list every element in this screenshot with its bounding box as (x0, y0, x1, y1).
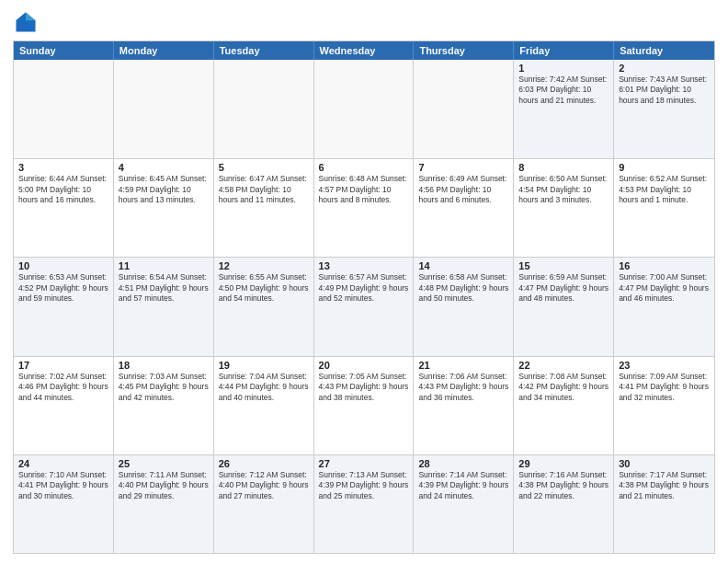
cal-cell: 6Sunrise: 6:48 AM Sunset: 4:57 PM Daylig… (314, 159, 415, 257)
header-day-friday: Friday (514, 41, 614, 60)
week-row-5: 24Sunrise: 7:10 AM Sunset: 4:41 PM Dayli… (14, 454, 714, 553)
cell-info: Sunrise: 7:00 AM Sunset: 4:47 PM Dayligh… (619, 272, 710, 304)
cal-cell: 9Sunrise: 6:52 AM Sunset: 4:53 PM Daylig… (614, 159, 714, 257)
header (13, 9, 715, 35)
week-row-3: 10Sunrise: 6:53 AM Sunset: 4:52 PM Dayli… (14, 257, 714, 355)
svg-marker-2 (17, 13, 27, 21)
day-number: 15 (518, 260, 609, 271)
week-row-2: 3Sunrise: 6:44 AM Sunset: 5:00 PM Daylig… (14, 158, 714, 257)
day-number: 11 (119, 260, 209, 271)
cell-info: Sunrise: 6:52 AM Sunset: 4:53 PM Dayligh… (619, 174, 710, 205)
cell-info: Sunrise: 6:44 AM Sunset: 5:00 PM Dayligh… (18, 174, 108, 205)
cal-cell: 5Sunrise: 6:47 AM Sunset: 4:58 PM Daylig… (214, 159, 314, 257)
cal-cell (214, 60, 314, 158)
day-number: 10 (18, 260, 108, 271)
cell-info: Sunrise: 6:48 AM Sunset: 4:57 PM Dayligh… (319, 174, 409, 205)
cal-cell: 24Sunrise: 7:10 AM Sunset: 4:41 PM Dayli… (14, 455, 114, 553)
cal-cell: 8Sunrise: 6:50 AM Sunset: 4:54 PM Daylig… (514, 159, 614, 257)
cal-cell: 10Sunrise: 6:53 AM Sunset: 4:52 PM Dayli… (14, 258, 114, 355)
day-number: 1 (518, 63, 609, 74)
cell-info: Sunrise: 7:13 AM Sunset: 4:39 PM Dayligh… (319, 470, 409, 501)
cal-cell: 1Sunrise: 7:42 AM Sunset: 6:03 PM Daylig… (514, 60, 614, 158)
cal-cell: 15Sunrise: 6:59 AM Sunset: 4:47 PM Dayli… (514, 258, 614, 355)
cal-cell: 4Sunrise: 6:45 AM Sunset: 4:59 PM Daylig… (114, 159, 214, 257)
cal-cell: 28Sunrise: 7:14 AM Sunset: 4:39 PM Dayli… (414, 455, 514, 553)
cell-info: Sunrise: 6:57 AM Sunset: 4:49 PM Dayligh… (319, 272, 409, 304)
cell-info: Sunrise: 6:55 AM Sunset: 4:50 PM Dayligh… (219, 272, 309, 304)
day-number: 18 (119, 360, 209, 371)
cal-cell: 12Sunrise: 6:55 AM Sunset: 4:50 PM Dayli… (214, 258, 314, 355)
day-number: 22 (518, 360, 609, 371)
cell-info: Sunrise: 7:16 AM Sunset: 4:38 PM Dayligh… (518, 470, 609, 501)
cell-info: Sunrise: 6:58 AM Sunset: 4:48 PM Dayligh… (418, 272, 508, 304)
cal-cell: 21Sunrise: 7:06 AM Sunset: 4:43 PM Dayli… (414, 357, 514, 454)
day-number: 17 (18, 360, 108, 371)
cell-info: Sunrise: 7:12 AM Sunset: 4:40 PM Dayligh… (219, 470, 309, 501)
cal-cell: 30Sunrise: 7:17 AM Sunset: 4:38 PM Dayli… (614, 455, 714, 553)
day-number: 2 (619, 63, 710, 74)
cal-cell: 3Sunrise: 6:44 AM Sunset: 5:00 PM Daylig… (14, 159, 114, 257)
logo-icon (13, 9, 39, 35)
cell-info: Sunrise: 7:42 AM Sunset: 6:03 PM Dayligh… (518, 75, 609, 106)
day-number: 21 (418, 360, 508, 371)
week-row-4: 17Sunrise: 7:02 AM Sunset: 4:46 PM Dayli… (14, 356, 714, 454)
header-day-tuesday: Tuesday (214, 41, 314, 60)
cell-info: Sunrise: 7:09 AM Sunset: 4:41 PM Dayligh… (619, 372, 710, 403)
cell-info: Sunrise: 7:03 AM Sunset: 4:45 PM Dayligh… (119, 372, 209, 403)
day-number: 9 (619, 162, 710, 173)
day-number: 19 (219, 360, 309, 371)
day-number: 7 (418, 162, 508, 173)
cell-info: Sunrise: 7:43 AM Sunset: 6:01 PM Dayligh… (619, 75, 710, 106)
cell-info: Sunrise: 6:50 AM Sunset: 4:54 PM Dayligh… (518, 174, 609, 205)
cell-info: Sunrise: 6:45 AM Sunset: 4:59 PM Dayligh… (119, 174, 209, 205)
cal-cell: 26Sunrise: 7:12 AM Sunset: 4:40 PM Dayli… (214, 455, 314, 553)
day-number: 4 (119, 162, 209, 173)
cell-info: Sunrise: 7:10 AM Sunset: 4:41 PM Dayligh… (18, 470, 108, 501)
cal-cell (114, 60, 214, 158)
cell-info: Sunrise: 7:02 AM Sunset: 4:46 PM Dayligh… (18, 372, 108, 403)
cal-cell: 7Sunrise: 6:49 AM Sunset: 4:56 PM Daylig… (414, 159, 514, 257)
cell-info: Sunrise: 7:06 AM Sunset: 4:43 PM Dayligh… (418, 372, 508, 403)
calendar-header: SundayMondayTuesdayWednesdayThursdayFrid… (14, 41, 714, 60)
cell-info: Sunrise: 6:59 AM Sunset: 4:47 PM Dayligh… (518, 272, 609, 304)
day-number: 27 (319, 458, 409, 469)
header-day-saturday: Saturday (614, 41, 714, 60)
page: SundayMondayTuesdayWednesdayThursdayFrid… (0, 0, 728, 563)
header-day-wednesday: Wednesday (314, 41, 415, 60)
day-number: 30 (619, 458, 710, 469)
cell-info: Sunrise: 6:53 AM Sunset: 4:52 PM Dayligh… (18, 272, 108, 304)
header-day-monday: Monday (114, 41, 214, 60)
day-number: 25 (119, 458, 209, 469)
cal-cell: 13Sunrise: 6:57 AM Sunset: 4:49 PM Dayli… (314, 258, 415, 355)
cal-cell: 19Sunrise: 7:04 AM Sunset: 4:44 PM Dayli… (214, 357, 314, 454)
cell-info: Sunrise: 7:11 AM Sunset: 4:40 PM Dayligh… (119, 470, 209, 501)
calendar: SundayMondayTuesdayWednesdayThursdayFrid… (13, 40, 715, 554)
day-number: 29 (518, 458, 609, 469)
cal-cell: 20Sunrise: 7:05 AM Sunset: 4:43 PM Dayli… (314, 357, 415, 454)
cal-cell: 11Sunrise: 6:54 AM Sunset: 4:51 PM Dayli… (114, 258, 214, 355)
day-number: 23 (619, 360, 710, 371)
day-number: 26 (219, 458, 309, 469)
cal-cell: 2Sunrise: 7:43 AM Sunset: 6:01 PM Daylig… (614, 60, 714, 158)
day-number: 24 (18, 458, 108, 469)
day-number: 14 (418, 260, 508, 271)
cal-cell (314, 60, 415, 158)
day-number: 5 (219, 162, 309, 173)
day-number: 16 (619, 260, 710, 271)
week-row-1: 1Sunrise: 7:42 AM Sunset: 6:03 PM Daylig… (14, 60, 714, 158)
cell-info: Sunrise: 7:05 AM Sunset: 4:43 PM Dayligh… (319, 372, 409, 403)
cell-info: Sunrise: 7:08 AM Sunset: 4:42 PM Dayligh… (518, 372, 609, 403)
day-number: 28 (418, 458, 508, 469)
calendar-body: 1Sunrise: 7:42 AM Sunset: 6:03 PM Daylig… (14, 60, 714, 553)
header-day-sunday: Sunday (14, 41, 114, 60)
cal-cell (414, 60, 514, 158)
logo (13, 9, 42, 35)
day-number: 13 (319, 260, 409, 271)
cal-cell: 14Sunrise: 6:58 AM Sunset: 4:48 PM Dayli… (414, 258, 514, 355)
cell-info: Sunrise: 7:04 AM Sunset: 4:44 PM Dayligh… (219, 372, 309, 403)
cal-cell: 17Sunrise: 7:02 AM Sunset: 4:46 PM Dayli… (14, 357, 114, 454)
day-number: 20 (319, 360, 409, 371)
cal-cell: 23Sunrise: 7:09 AM Sunset: 4:41 PM Dayli… (614, 357, 714, 454)
cal-cell (14, 60, 114, 158)
cell-info: Sunrise: 6:54 AM Sunset: 4:51 PM Dayligh… (119, 272, 209, 304)
